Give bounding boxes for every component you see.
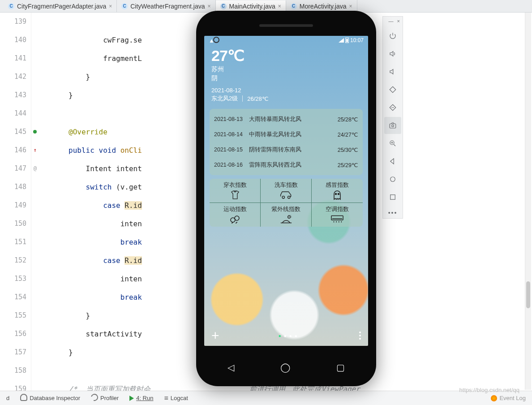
nav-recent-button[interactable]: ▢ bbox=[336, 362, 345, 373]
tab-label: CityFragmentPagerAdapter.java bbox=[17, 3, 106, 10]
csdn-watermark: https://blog.csdn.net/qq bbox=[459, 387, 519, 393]
profiler-button[interactable]: Profiler bbox=[91, 394, 119, 402]
forecast-cond: 阴转雷阵雨转东南风 bbox=[249, 146, 307, 154]
forecast-row[interactable]: 2021-08-13大雨转暴雨风转北风25/28℃ bbox=[214, 112, 358, 127]
tab-label: MainActivity.java bbox=[229, 3, 275, 10]
svg-point-10 bbox=[235, 216, 239, 220]
volume-up-button[interactable] bbox=[384, 45, 401, 62]
ball-icon bbox=[210, 213, 260, 225]
index-label: 运动指数 bbox=[210, 206, 260, 213]
java-class-icon: C bbox=[291, 3, 297, 9]
screen-footer: + ●●●● bbox=[204, 328, 368, 343]
device-frame: ▲ 10:07 27℃ 苏州 阴 2021-08-12 东北风2级 26/28℃… bbox=[196, 11, 376, 386]
volume-down-button[interactable] bbox=[384, 63, 401, 80]
zoom-button[interactable] bbox=[384, 135, 401, 152]
emulator-sidebar: — × ••• bbox=[382, 16, 403, 219]
battery-icon bbox=[345, 38, 349, 43]
svg-rect-0 bbox=[390, 124, 396, 128]
close-icon[interactable]: × bbox=[349, 3, 352, 9]
android-status-bar: ▲ 10:07 bbox=[204, 36, 368, 45]
database-inspector-button[interactable]: Database Inspector bbox=[20, 394, 80, 402]
tab-moreactivity[interactable]: C MoreActivity.java × bbox=[286, 0, 357, 12]
back-button[interactable] bbox=[384, 153, 401, 170]
index-label: 紫外线指数 bbox=[261, 206, 311, 213]
rotate-right-button[interactable] bbox=[384, 99, 401, 116]
play-icon bbox=[129, 396, 134, 401]
forecast-date: 2021-08-13 bbox=[214, 116, 249, 122]
forecast-row[interactable]: 2021-08-16雷阵雨东风转西北风25/29℃ bbox=[214, 157, 358, 172]
ghost-icon bbox=[312, 189, 363, 201]
life-index-card[interactable]: 穿衣指数洗车指数感冒指数运动指数紫外线指数空调指数 bbox=[210, 179, 363, 227]
sun-icon bbox=[261, 213, 311, 225]
forecast-cond: 大雨转暴雨风转北风 bbox=[249, 116, 307, 123]
line-number-gutter: 139140141142143144145↑ @1461471481491501… bbox=[0, 13, 31, 391]
event-log-button[interactable]: Event Log bbox=[491, 395, 526, 401]
svg-point-7 bbox=[335, 194, 337, 195]
index-sun[interactable]: 紫外线指数 bbox=[261, 203, 312, 227]
warning-icon: ▲ bbox=[209, 37, 215, 44]
svg-point-11 bbox=[287, 216, 290, 219]
forecast-range: 25/28℃ bbox=[307, 116, 358, 123]
close-icon[interactable]: × bbox=[207, 3, 210, 9]
emulator-screen[interactable]: ▲ 10:07 27℃ 苏州 阴 2021-08-12 东北风2级 26/28℃… bbox=[204, 36, 368, 346]
editor-scrollbar[interactable] bbox=[525, 13, 531, 390]
bottom-toolbar: d Database Inspector Profiler 4: Run Log… bbox=[0, 391, 532, 405]
close-button[interactable]: × bbox=[397, 18, 400, 24]
overview-button[interactable] bbox=[384, 189, 401, 206]
forecast-range: 24/27℃ bbox=[307, 131, 358, 138]
close-icon[interactable]: × bbox=[278, 3, 281, 9]
current-condition: 阴 bbox=[211, 73, 361, 82]
index-ac[interactable]: 空调指数 bbox=[312, 203, 363, 227]
nav-home-button[interactable]: ◯ bbox=[280, 362, 290, 373]
svg-rect-12 bbox=[331, 216, 343, 220]
close-icon[interactable]: × bbox=[109, 3, 112, 9]
java-class-icon: C bbox=[121, 3, 128, 9]
run-button[interactable]: 4: Run bbox=[129, 395, 153, 401]
nav-back-button[interactable]: ◁ bbox=[227, 362, 234, 373]
index-ball[interactable]: 运动指数 bbox=[210, 203, 261, 227]
screenshot-button[interactable] bbox=[384, 117, 401, 134]
ac-icon bbox=[312, 213, 363, 225]
forecast-row[interactable]: 2021-08-15阴转雷阵雨转东南风25/30℃ bbox=[214, 142, 358, 157]
minimize-button[interactable]: — bbox=[389, 18, 394, 24]
more-menu-button[interactable] bbox=[359, 332, 361, 340]
shirt-icon bbox=[210, 189, 260, 201]
svg-point-1 bbox=[392, 125, 394, 127]
index-label: 穿衣指数 bbox=[210, 181, 260, 189]
page-indicator: ●●●● bbox=[219, 333, 359, 338]
home-button[interactable] bbox=[384, 171, 401, 188]
database-icon bbox=[20, 394, 27, 402]
more-options-button[interactable]: ••• bbox=[388, 209, 398, 216]
current-temperature: 27℃ bbox=[211, 47, 361, 65]
event-log-icon bbox=[491, 395, 497, 401]
index-label: 空调指数 bbox=[312, 206, 363, 213]
index-ghost[interactable]: 感冒指数 bbox=[312, 179, 363, 203]
today-summary: 2021-08-12 东北风2级 26/28℃ bbox=[204, 84, 368, 105]
power-button[interactable] bbox=[384, 27, 401, 44]
add-city-button[interactable]: + bbox=[211, 328, 219, 343]
logcat-button[interactable]: Logcat bbox=[164, 394, 188, 402]
forecast-date: 2021-08-14 bbox=[214, 131, 249, 138]
override-gutter-icon[interactable] bbox=[33, 130, 37, 134]
forecast-cond: 中雨转暴北风转北风 bbox=[249, 131, 307, 138]
tab-label: CityWeatherFragment.java bbox=[130, 3, 205, 10]
index-label: 感冒指数 bbox=[312, 181, 363, 189]
tab-cityweatherfragment[interactable]: C CityWeatherFragment.java × bbox=[117, 0, 215, 12]
car-icon bbox=[261, 189, 311, 201]
rotate-left-button[interactable] bbox=[384, 81, 401, 98]
tab-label: MoreActivity.java bbox=[300, 3, 347, 10]
tab-cityfragmentpageradapter[interactable]: C CityFragmentPagerAdapter.java × bbox=[4, 0, 117, 12]
today-wind: 东北风2级 bbox=[211, 95, 238, 103]
forecast-date: 2021-08-15 bbox=[214, 146, 249, 153]
svg-point-6 bbox=[287, 196, 290, 198]
svg-point-5 bbox=[282, 196, 284, 198]
forecast-cond: 雷阵雨东风转西北风 bbox=[249, 161, 307, 169]
today-range: 26/28℃ bbox=[247, 95, 269, 102]
forecast-row[interactable]: 2021-08-14中雨转暴北风转北风24/27℃ bbox=[214, 127, 358, 142]
index-shirt[interactable]: 穿衣指数 bbox=[210, 179, 261, 203]
profiler-icon bbox=[91, 394, 98, 402]
forecast-range: 25/29℃ bbox=[307, 162, 358, 168]
forecast-card[interactable]: 2021-08-13大雨转暴雨风转北风25/28℃2021-08-14中雨转暴北… bbox=[210, 109, 363, 175]
forecast-date: 2021-08-16 bbox=[214, 162, 249, 168]
index-car[interactable]: 洗车指数 bbox=[261, 179, 312, 203]
